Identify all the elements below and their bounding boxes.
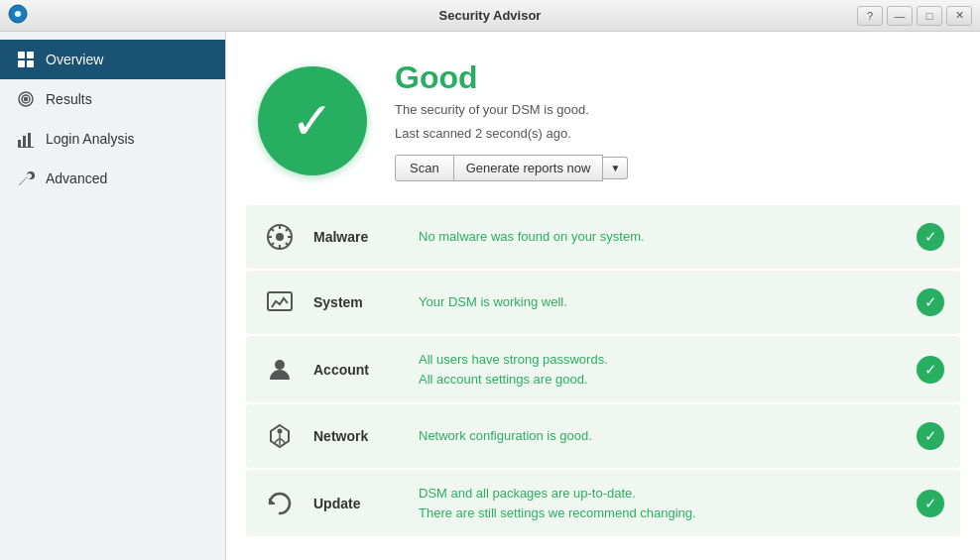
malware-icon [262, 219, 298, 255]
target-icon [16, 89, 36, 109]
svg-rect-4 [18, 60, 25, 67]
svg-rect-9 [18, 140, 21, 147]
svg-point-24 [275, 360, 285, 370]
generate-reports-button[interactable]: Generate reports now [454, 155, 604, 181]
chart-icon [16, 129, 36, 149]
network-label: Network [313, 428, 403, 444]
malware-ok-icon: ✓ [917, 223, 944, 251]
update-icon [262, 486, 298, 521]
svg-rect-10 [23, 136, 26, 147]
account-icon [262, 352, 298, 388]
list-item: System Your DSM is working well. ✓ [246, 271, 960, 334]
update-status: ✓ [917, 490, 944, 517]
svg-rect-2 [18, 52, 25, 58]
grid-icon [16, 50, 36, 69]
update-ok-icon: ✓ [917, 490, 944, 517]
title-bar: Security Advisor ? — □ ✕ [0, 0, 980, 32]
svg-point-25 [278, 429, 283, 434]
minimize-button[interactable]: — [887, 6, 913, 26]
svg-line-20 [286, 243, 289, 246]
svg-rect-11 [28, 133, 31, 147]
system-label: System [313, 294, 403, 310]
status-label: Good [395, 59, 628, 96]
status-circle: ✓ [258, 66, 367, 175]
window-title: Security Advisor [439, 8, 542, 23]
update-label: Update [313, 496, 403, 511]
maximize-button[interactable]: □ [917, 6, 942, 26]
list-item: Account All users have strong passwords.… [246, 336, 960, 402]
svg-line-21 [286, 228, 289, 231]
status-actions: Scan Generate reports now ▼ [395, 155, 628, 181]
system-desc: Your DSM is working well. [419, 292, 901, 312]
status-line2: Last scanned 2 second(s) ago. [395, 124, 628, 144]
svg-rect-12 [18, 147, 34, 148]
network-ok-icon: ✓ [917, 422, 944, 450]
svg-point-8 [25, 98, 28, 101]
list-item: Update DSM and all packages are up-to-da… [246, 470, 960, 536]
sidebar-item-advanced[interactable]: Advanced [0, 159, 225, 198]
status-section: ✓ Good The security of your DSM is good.… [226, 32, 980, 205]
system-ok-icon: ✓ [917, 288, 944, 316]
close-button[interactable]: ✕ [946, 6, 972, 26]
svg-point-1 [15, 11, 21, 17]
system-icon [262, 284, 298, 320]
network-status: ✓ [917, 422, 944, 450]
sidebar-advanced-label: Advanced [46, 170, 107, 186]
svg-point-14 [276, 233, 284, 241]
account-status: ✓ [917, 356, 944, 384]
list-item: Malware No malware was found on your sys… [246, 205, 960, 269]
account-ok-icon: ✓ [917, 356, 944, 384]
sidebar-item-results[interactable]: Results [0, 79, 225, 119]
sidebar-login-label: Login Analysis [46, 131, 135, 147]
account-desc: All users have strong passwords. All acc… [419, 350, 901, 389]
status-line1: The security of your DSM is good. [395, 100, 628, 120]
sidebar: Overview Results Login Anal [0, 32, 226, 560]
svg-line-22 [271, 243, 274, 246]
sidebar-item-login-analysis[interactable]: Login Analysis [0, 119, 225, 159]
svg-rect-5 [27, 60, 34, 67]
app-icon [8, 4, 28, 27]
malware-desc: No malware was found on your system. [419, 227, 901, 247]
malware-label: Malware [313, 229, 403, 245]
wrench-icon [16, 168, 36, 188]
help-button[interactable]: ? [857, 6, 883, 26]
network-desc: Network configuration is good. [419, 426, 901, 446]
main-container: Overview Results Login Anal [0, 32, 980, 560]
content-area: ✓ Good The security of your DSM is good.… [226, 32, 980, 560]
security-items-list: Malware No malware was found on your sys… [226, 205, 980, 560]
update-desc: DSM and all packages are up-to-date. The… [419, 484, 901, 522]
scan-button[interactable]: Scan [395, 155, 454, 181]
status-info: Good The security of your DSM is good. L… [395, 59, 628, 181]
malware-status: ✓ [917, 223, 944, 251]
system-status: ✓ [917, 288, 944, 316]
sidebar-overview-label: Overview [46, 52, 103, 67]
window-controls: ? — □ ✕ [857, 6, 972, 26]
sidebar-item-overview[interactable]: Overview [0, 40, 225, 79]
generate-dropdown-button[interactable]: ▼ [603, 157, 628, 179]
sidebar-results-label: Results [46, 91, 92, 107]
big-checkmark-icon: ✓ [291, 95, 334, 147]
list-item: Network Network configuration is good. ✓ [246, 404, 960, 468]
svg-line-19 [271, 228, 274, 231]
svg-rect-23 [268, 292, 292, 310]
account-label: Account [313, 362, 403, 378]
network-icon [262, 418, 298, 454]
svg-rect-3 [27, 52, 34, 58]
